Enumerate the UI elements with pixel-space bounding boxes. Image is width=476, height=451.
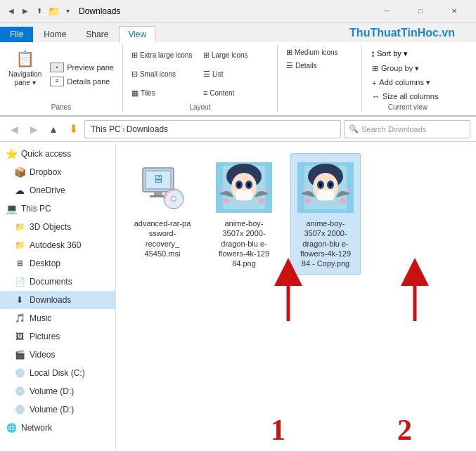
path-downloads[interactable]: Downloads xyxy=(127,124,168,134)
sidebar-item-documents[interactable]: 📄 Documents xyxy=(0,273,115,291)
sidebar-item-volume-d2[interactable]: 💿 Volume (D:) xyxy=(0,400,115,419)
volume-d2-icon: 💿 xyxy=(14,405,25,414)
sidebar-item-downloads[interactable]: ⬇ Downloads xyxy=(0,291,115,309)
back-button[interactable]: ◀ xyxy=(6,121,22,138)
medium-icons-btn[interactable]: ⊞ Medium icons xyxy=(283,46,356,58)
annotation-number-2: 2 xyxy=(397,413,412,447)
sidebar-item-this-pc[interactable]: 💻 This PC xyxy=(0,200,115,218)
add-columns-button[interactable]: + Add columns ▾ xyxy=(368,77,448,89)
up-button[interactable]: ▲ xyxy=(45,121,62,138)
up-icon[interactable]: ⬆ xyxy=(34,6,45,17)
svg-point-15 xyxy=(238,183,240,187)
sidebar-item-desktop[interactable]: 🖥 Desktop xyxy=(0,254,115,273)
file-name-msi: advanced-rar-pa ssword-recovery_ 45450.m… xyxy=(134,218,191,259)
current-view-label: Current view xyxy=(368,103,448,111)
3d-objects-icon: 📁 xyxy=(14,222,25,232)
forward-icon[interactable]: ▶ xyxy=(20,6,31,17)
address-bar: ◀ ▶ ▲ ⬇ This PC › Downloads 🔍 Search Dow… xyxy=(0,117,476,142)
content-btn[interactable]: ≡ Content xyxy=(200,84,271,102)
details-pane-label: Details pane xyxy=(67,77,110,86)
ribbon-panes-section: 📋 Navigationpane ▾ ▪ Preview pane ≡ Deta… xyxy=(0,45,123,112)
ribbon-content: 📋 Navigationpane ▾ ▪ Preview pane ≡ Deta… xyxy=(0,42,476,116)
pictures-icon: 🖼 xyxy=(14,332,25,341)
sort-by-button[interactable]: ↕ Sort by ▾ xyxy=(368,46,448,60)
size-all-columns-button[interactable]: ↔ Size all columns xyxy=(368,91,448,102)
documents-icon: 📄 xyxy=(14,277,25,287)
svg-point-18 xyxy=(259,198,264,204)
window-title: Downloads xyxy=(79,6,120,16)
tiles-btn[interactable]: ▦ Tiles xyxy=(129,84,200,102)
volume-d1-icon: 💿 xyxy=(14,386,25,396)
sidebar-item-dropbox[interactable]: 📦 Dropbox xyxy=(0,163,115,181)
videos-icon: 🎬 xyxy=(14,350,25,360)
network-icon: 🌐 xyxy=(6,423,17,433)
address-path[interactable]: This PC › Downloads xyxy=(84,120,341,138)
tab-view[interactable]: View xyxy=(119,26,155,42)
ribbon: File Home Share View 📋 Navigationpane ▾ … xyxy=(0,22,476,117)
back-icon[interactable]: ◀ xyxy=(6,6,17,17)
details-btn[interactable]: ☰ Details xyxy=(283,60,356,72)
search-box[interactable]: 🔍 Search Downloads xyxy=(344,120,470,138)
main-area: ⭐ Quick access 📦 Dropbox ☁ OneDrive 💻 Th… xyxy=(0,142,476,451)
file-thumbnail-anime2 xyxy=(297,159,354,216)
sidebar-item-music[interactable]: 🎵 Music xyxy=(0,309,115,327)
layout-label: Layout xyxy=(129,103,271,111)
large-icons-btn[interactable]: ⊞ Large icons xyxy=(200,46,271,65)
anime1-thumbnail xyxy=(216,162,272,213)
minimize-button[interactable]: ─ xyxy=(371,0,403,22)
group-by-button[interactable]: ⊞ Group by ▾ xyxy=(368,63,448,74)
music-icon: 🎵 xyxy=(14,313,25,323)
svg-point-16 xyxy=(247,183,250,187)
quick-access-icon: ⭐ xyxy=(6,148,17,159)
small-icons-btn[interactable]: ⊟ Small icons xyxy=(129,65,200,84)
sidebar-item-local-disk[interactable]: 💿 Local Disk (C:) xyxy=(0,364,115,382)
desktop-icon: 🖥 xyxy=(14,259,25,268)
tab-home[interactable]: Home xyxy=(34,26,75,42)
title-bar-quick-access: ◀ ▶ ⬆ 📁 ▾ xyxy=(6,6,73,17)
close-button[interactable]: ✕ xyxy=(438,0,470,22)
title-bar: ◀ ▶ ⬆ 📁 ▾ Downloads ─ □ ✕ xyxy=(0,0,476,22)
location-icon: ⬇ xyxy=(65,121,82,138)
extra-large-icons-btn[interactable]: ⊞ Extra large icons xyxy=(129,46,200,65)
sidebar-item-autodesk[interactable]: 📁 Autodesk 360 xyxy=(0,236,115,254)
msi-icon: 🖥 xyxy=(137,162,188,213)
sidebar-item-quick-access[interactable]: ⭐ Quick access xyxy=(0,145,115,163)
svg-point-31 xyxy=(340,198,346,204)
sidebar-item-volume-d1[interactable]: 💿 Volume (D:) xyxy=(0,382,115,400)
dropbox-icon: 📦 xyxy=(14,166,25,178)
tab-share[interactable]: Share xyxy=(77,26,117,42)
sidebar: ⭐ Quick access 📦 Dropbox ☁ OneDrive 💻 Th… xyxy=(0,142,116,451)
forward-button[interactable]: ▶ xyxy=(25,121,42,138)
svg-point-29 xyxy=(329,183,332,187)
path-this-pc[interactable]: This PC xyxy=(91,124,121,134)
details-pane-button[interactable]: ≡ Details pane xyxy=(47,75,117,88)
preview-pane-button[interactable]: ▪ Preview pane xyxy=(47,61,117,74)
search-icon: 🔍 xyxy=(349,124,359,133)
file-item-anime2[interactable]: anime-boy-3507x 2000-dragon-blu e-flower… xyxy=(290,153,361,275)
file-item-msi[interactable]: 🖥 advanced-rar-pa ssword-recovery_ 45450… xyxy=(127,153,198,275)
search-placeholder: Search Downloads xyxy=(361,125,426,133)
sidebar-item-onedrive[interactable]: ☁ OneDrive xyxy=(0,181,115,200)
folder-icon: 📁 xyxy=(48,6,59,17)
onedrive-icon: ☁ xyxy=(14,185,25,196)
anime2-thumbnail xyxy=(297,162,354,213)
file-name-anime1: anime-boy-3507x 2000-dragon-blu e-flower… xyxy=(215,218,273,268)
sidebar-item-network[interactable]: 🌐 Network xyxy=(0,419,115,437)
svg-rect-34 xyxy=(317,190,334,200)
downloads-icon: ⬇ xyxy=(14,295,25,305)
sidebar-item-3d-objects[interactable]: 📁 3D Objects xyxy=(0,218,115,236)
tab-file[interactable]: File xyxy=(0,27,33,42)
ribbon-current-view-section: ↕ Sort by ▾ ⊞ Group by ▾ + Add columns ▾… xyxy=(362,45,454,112)
list-btn[interactable]: ☰ List xyxy=(200,65,271,84)
file-thumbnail-msi: 🖥 xyxy=(134,159,191,216)
svg-rect-21 xyxy=(236,190,252,200)
file-item-anime1[interactable]: anime-boy-3507x 2000-dragon-blu e-flower… xyxy=(209,153,279,275)
navigation-pane-button[interactable]: 📋 Navigationpane ▾ xyxy=(6,46,44,102)
svg-point-8 xyxy=(172,197,175,200)
sidebar-item-videos[interactable]: 🎬 Videos xyxy=(0,346,115,364)
this-pc-icon: 💻 xyxy=(6,203,17,214)
sidebar-item-pictures[interactable]: 🖼 Pictures xyxy=(0,327,115,346)
maximize-button[interactable]: □ xyxy=(404,0,437,22)
content-area: 🖥 advanced-rar-pa ssword-recovery_ 45450… xyxy=(116,142,476,451)
dropdown-icon[interactable]: ▾ xyxy=(62,6,73,17)
